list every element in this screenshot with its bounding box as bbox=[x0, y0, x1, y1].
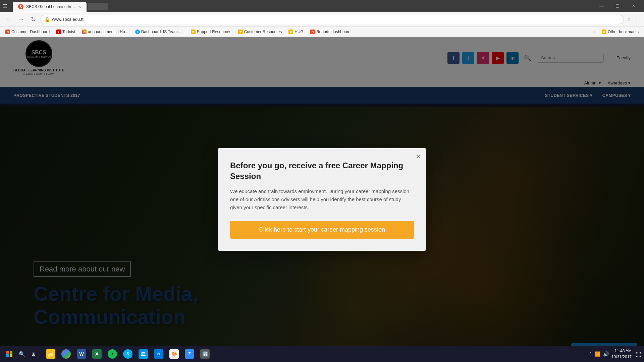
taskbar-clock[interactable]: 11:48 AM 10/31/2017 bbox=[611, 348, 632, 360]
website-content: SBCS TRINIDAD & TOBAGO GLOBAL LEARNING I… bbox=[0, 37, 644, 362]
task-view-button[interactable]: ⊞ bbox=[28, 349, 39, 359]
chevron-up-icon[interactable]: ⌃ bbox=[589, 352, 592, 356]
more-options-button[interactable]: ⋮ bbox=[633, 14, 641, 24]
zoom-icon: Z bbox=[185, 349, 194, 359]
paint-icon: 🎨 bbox=[169, 349, 179, 359]
bookmark-label: announcements | Hu... bbox=[88, 29, 128, 34]
career-mapping-cta-button[interactable]: Click here to start your career mapping … bbox=[230, 221, 414, 239]
bookmark-favicon: H bbox=[310, 29, 315, 34]
modal-close-button[interactable]: × bbox=[416, 153, 421, 160]
bookmarks-separator bbox=[186, 29, 186, 35]
network-icon[interactable]: 📶 bbox=[595, 351, 600, 357]
word-icon: W bbox=[77, 349, 86, 359]
bookmark-todoist[interactable]: T Todoist bbox=[54, 29, 78, 35]
windows-logo-icon bbox=[6, 351, 12, 357]
bookmark-customer-resources[interactable]: ★ Customer Resources bbox=[235, 29, 285, 35]
skype-app[interactable]: S bbox=[120, 347, 135, 361]
bookmark-support-resources[interactable]: ★ Support Resources bbox=[188, 29, 234, 35]
chrome-app[interactable] bbox=[59, 347, 73, 361]
bookmark-favicon: ★ bbox=[191, 29, 196, 34]
bookmark-favicon: ★ bbox=[602, 29, 606, 34]
taskbar: 🔍 ⊞ 📁 W X ♪ S bbox=[0, 346, 644, 362]
bookmark-label: Support Resources bbox=[197, 29, 231, 34]
bookmark-label: Customer Resources bbox=[244, 29, 282, 34]
tab-title: SBCS Global Learning Ins... bbox=[26, 4, 76, 9]
bookmark-favicon: ● bbox=[135, 29, 140, 34]
tab-close-btn[interactable]: × bbox=[78, 4, 81, 9]
bookmark-hug[interactable]: ★ HUG bbox=[286, 29, 306, 35]
refresh-button[interactable]: ↻ bbox=[28, 14, 39, 24]
bookmark-label: Todoist bbox=[62, 29, 75, 34]
taskbar-search-button[interactable]: 🔍 bbox=[17, 349, 28, 359]
file-explorer-app[interactable]: 📁 bbox=[43, 347, 58, 361]
menu-icon[interactable]: ☰ bbox=[3, 3, 7, 9]
new-tab-button[interactable] bbox=[88, 3, 108, 10]
excel-app[interactable]: X bbox=[90, 347, 104, 361]
window-controls-left: ☰ S SBCS Global Learning Ins... × bbox=[3, 0, 108, 12]
calculator-app[interactable]: 🔢 bbox=[198, 347, 212, 361]
tab-favicon: S bbox=[18, 4, 23, 9]
modal-title: Before you go, receive a free Career Map… bbox=[230, 160, 414, 181]
bookmark-favicon: ★ bbox=[288, 29, 293, 34]
bookmarks-bar: H Customer Dashboard T Todoist A announc… bbox=[0, 27, 644, 37]
clock-time: 11:48 AM bbox=[611, 348, 632, 354]
url-text: www.sbcs.edu.tt bbox=[52, 17, 620, 22]
browser-window: ☰ S SBCS Global Learning Ins... × — □ × … bbox=[0, 0, 644, 362]
bookmark-label: Reports dashboard bbox=[316, 29, 351, 34]
bookmark-label: Other bookmarks bbox=[608, 29, 639, 34]
bookmark-star-icon[interactable]: ☆ bbox=[627, 16, 631, 22]
excel-icon: X bbox=[92, 349, 102, 359]
clock-date: 10/31/2017 bbox=[611, 354, 632, 360]
chrome-icon bbox=[61, 349, 71, 359]
mail-app[interactable]: ✉ bbox=[151, 347, 166, 361]
minimize-button[interactable]: — bbox=[594, 0, 609, 12]
bookmark-label: HUG bbox=[294, 29, 304, 34]
bookmark-favicon: A bbox=[82, 29, 87, 34]
forward-button[interactable]: → bbox=[15, 14, 27, 24]
bookmarks-more-button[interactable]: » bbox=[591, 29, 598, 35]
close-button[interactable]: × bbox=[626, 0, 641, 12]
spotify-icon: ♪ bbox=[108, 349, 117, 359]
photos-icon: 🖼 bbox=[139, 349, 148, 359]
system-tray: ⌃ 📶 🔊 bbox=[589, 351, 609, 357]
zoom-app[interactable]: Z bbox=[182, 347, 197, 361]
taskbar-right: ⌃ 📶 🔊 11:48 AM 10/31/2017 ⬚ bbox=[589, 348, 641, 360]
file-explorer-icon: 📁 bbox=[46, 349, 55, 359]
bookmark-dashboard-is[interactable]: ● Dashboard: IS Team... bbox=[132, 29, 184, 35]
calculator-icon: 🔢 bbox=[200, 349, 210, 359]
taskbar-separator bbox=[41, 349, 41, 359]
title-bar: ☰ S SBCS Global Learning Ins... × — □ × bbox=[0, 0, 644, 12]
modal-overlay: × Before you go, receive a free Career M… bbox=[0, 37, 644, 362]
skype-icon: S bbox=[123, 349, 132, 359]
address-bar[interactable]: 🔒 www.sbcs.edu.tt bbox=[40, 15, 624, 24]
nav-bar: ← → ↻ 🔒 www.sbcs.edu.tt ☆ ⋮ bbox=[0, 12, 644, 27]
modal-body: We educate and train towards employment.… bbox=[230, 187, 414, 212]
back-button[interactable]: ← bbox=[3, 14, 14, 24]
spotify-app[interactable]: ♪ bbox=[105, 347, 120, 361]
lock-icon: 🔒 bbox=[44, 17, 50, 22]
maximize-button[interactable]: □ bbox=[610, 0, 625, 12]
photos-app[interactable]: 🖼 bbox=[136, 347, 151, 361]
bookmark-label: Dashboard: IS Team... bbox=[141, 29, 181, 34]
career-mapping-modal: × Before you go, receive a free Career M… bbox=[218, 148, 426, 250]
bookmark-favicon: H bbox=[5, 29, 10, 34]
notification-icon[interactable]: ⬚ bbox=[636, 350, 641, 358]
volume-icon[interactable]: 🔊 bbox=[603, 351, 609, 357]
active-tab[interactable]: S SBCS Global Learning Ins... × bbox=[13, 2, 87, 12]
bookmark-favicon: ★ bbox=[238, 29, 243, 34]
bookmark-announcements[interactable]: A announcements | Hu... bbox=[79, 29, 131, 35]
mail-icon: ✉ bbox=[154, 349, 163, 359]
tab-bar: S SBCS Global Learning Ins... × bbox=[13, 0, 108, 12]
window-controls-right: — □ × bbox=[594, 0, 641, 12]
bookmark-reports-dashboard[interactable]: H Reports dashboard bbox=[308, 29, 353, 35]
word-app[interactable]: W bbox=[74, 347, 89, 361]
bookmark-favicon: T bbox=[56, 29, 61, 34]
bookmark-other[interactable]: ★ Other bookmarks bbox=[599, 29, 641, 35]
start-button[interactable] bbox=[3, 347, 16, 361]
paint-app[interactable]: 🎨 bbox=[167, 347, 181, 361]
bookmark-label: Customer Dashboard bbox=[11, 29, 50, 34]
bookmark-customer-dashboard[interactable]: H Customer Dashboard bbox=[3, 29, 52, 35]
